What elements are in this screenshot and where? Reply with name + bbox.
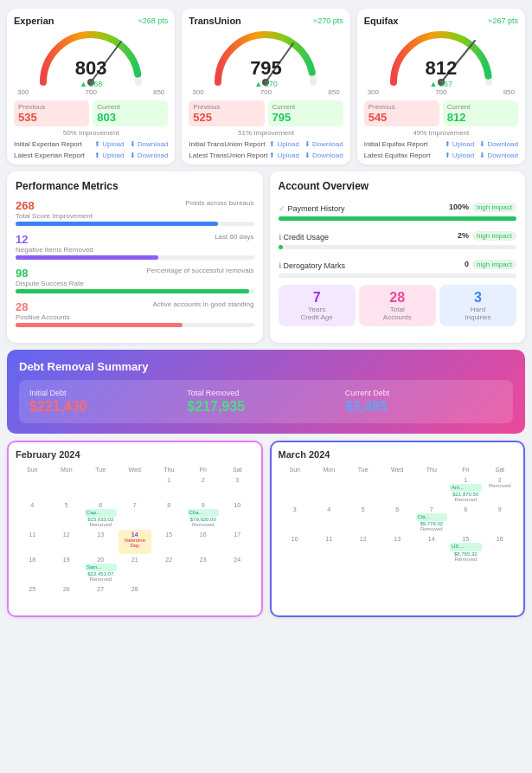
equifax-title: Equifax — [364, 16, 399, 26]
transunion-pts: ≈270 pts — [313, 16, 343, 25]
mar-event-15: US ... — [450, 543, 482, 551]
equifax-gauge: 812 ▲ 267 — [364, 28, 518, 87]
experian-download1[interactable]: ⬇ Download — [130, 140, 169, 148]
experian-report2-row: Latest Experian Report ⬆ Upload ⬇ Downlo… — [14, 151, 168, 159]
equifax-report2-row: Latest Equifax Report ⬆ Upload ⬇ Downloa… — [364, 151, 518, 159]
info-icon: ℹ — [279, 233, 281, 242]
debt-row: Initial Debt $221,430 Total Removed $217… — [29, 389, 503, 415]
experian-upload2[interactable]: ⬆ Upload — [94, 151, 125, 159]
transunion-upload1[interactable]: ⬆ Upload — [269, 140, 299, 148]
check-icon: ✓ — [279, 204, 285, 213]
transunion-title: TransUnion — [189, 16, 241, 26]
transunion-download2[interactable]: ⬇ Download — [304, 151, 343, 159]
equifax-download1[interactable]: ⬇ Download — [479, 140, 518, 148]
metric-item-score: 268 Points across bureaus Total Score Im… — [16, 199, 254, 226]
credit-age-stat: 7 Years Credit Age — [279, 285, 356, 326]
experian-gauge-labels: 300 700 850 — [14, 88, 168, 96]
credit-cards-row: Experian ≈268 pts 803 — [0, 0, 532, 171]
debt-removed-col: Total Removed $217,935 — [187, 389, 344, 415]
experian-card: Experian ≈268 pts 803 — [7, 9, 175, 164]
transunion-report1-row: Initial TransUnion Report ⬆ Upload ⬇ Dow… — [189, 140, 343, 148]
info2-icon: ℹ — [279, 261, 281, 270]
equifax-score: 812 — [364, 57, 518, 80]
account-title: Account Overview — [279, 180, 517, 192]
hard-inquiries-stat: 3 Hard Inquiries — [439, 285, 516, 326]
performance-title: Performance Metrics — [16, 180, 254, 192]
experian-gauge: 803 ▲ 268 — [14, 28, 168, 87]
transunion-score: 795 — [189, 57, 343, 80]
experian-pts: ≈268 pts — [138, 16, 168, 25]
equifax-upload1[interactable]: ⬆ Upload — [445, 140, 475, 148]
account-payment-history: ✓Payment History 100% high impact — [279, 199, 517, 221]
feb-calendar-card: February 2024 Sun Mon Tue Wed Thu Fri Sa… — [7, 441, 263, 617]
transunion-gauge: 795 ▲ 270 — [189, 28, 343, 87]
account-credit-usage: ℹCredit Usage 2% high impact — [279, 228, 517, 249]
debt-inner: Initial Debt $221,430 Total Removed $217… — [19, 380, 513, 423]
calendars-row: February 2024 Sun Mon Tue Wed Thu Fri Sa… — [0, 441, 532, 624]
feb-event-9: Cha... — [188, 509, 220, 517]
equifax-upload2[interactable]: ⬆ Upload — [445, 151, 475, 159]
experian-change: ▲ 268 — [14, 80, 168, 88]
transunion-download1[interactable]: ⬇ Download — [304, 140, 343, 148]
transunion-upload2[interactable]: ⬆ Upload — [269, 151, 299, 159]
feb-event-6: Cap... — [85, 509, 117, 517]
equifax-card: Equifax ≈267 pts 812 ▲ 267 — [357, 9, 525, 164]
metrics-account-row: Performance Metrics 268 Points across bu… — [0, 171, 532, 350]
experian-title: Experian — [14, 16, 54, 26]
account-overview-card: Account Overview ✓Payment History 100% h… — [270, 171, 526, 343]
metric-item-negative: 12 Last 60 days Negative Items Removed — [16, 233, 254, 260]
debt-removal-section: Debt Removal Summary Initial Debt $221,4… — [7, 350, 525, 434]
mar-title: March 2024 — [279, 449, 517, 460]
transunion-report2-row: Latest TransUnion Report ⬆ Upload ⬇ Down… — [189, 151, 343, 159]
debt-title: Debt Removal Summary — [19, 360, 513, 373]
equifax-prev-curr: Previous 545 Current 812 — [364, 100, 518, 126]
experian-report1-row: Initial Experian Report ⬆ Upload ⬇ Downl… — [14, 140, 168, 148]
transunion-change: ▲ 270 — [189, 80, 343, 88]
feb-event-20: Sam... — [85, 564, 117, 571]
debt-current-col: Current Debt $3,495 — [345, 389, 503, 415]
performance-metrics-card: Performance Metrics 268 Points across bu… — [7, 171, 263, 343]
experian-upload1[interactable]: ⬆ Upload — [94, 140, 125, 148]
transunion-card: TransUnion ≈270 pts 795 ▲ 270 — [182, 9, 349, 164]
experian-score: 803 — [14, 57, 168, 80]
experian-prev-curr: Previous 535 Current 803 — [14, 100, 168, 126]
feb-title: February 2024 — [16, 449, 254, 460]
equifax-report1-row: Initial Equifax Report ⬆ Upload ⬇ Downlo… — [364, 140, 518, 148]
total-accounts-stat: 28 Total Accounts — [359, 285, 436, 326]
feb-calendar-grid: Sun Mon Tue Wed Thu Fri Sat 1 2 3 4 5 6 … — [16, 465, 254, 609]
metric-item-dispute: 98 Percentage of successful removals Dis… — [16, 267, 254, 293]
account-stats: 7 Years Credit Age 28 Total Accounts 3 H… — [279, 285, 517, 326]
transunion-prev-curr: Previous 525 Current 795 — [189, 100, 343, 126]
account-derogatory: ℹDerogatory Marks 0 high impact — [279, 256, 517, 278]
metric-item-positive: 28 Active accounts in good standing Posi… — [16, 300, 254, 327]
equifax-change: ▲ 267 — [364, 80, 518, 88]
mar-event-1: Am... — [450, 484, 482, 492]
equifax-pts: ≈267 pts — [489, 16, 518, 25]
equifax-download2[interactable]: ⬇ Download — [479, 151, 518, 159]
experian-download2[interactable]: ⬇ Download — [130, 151, 169, 159]
mar-event-7: Citi... — [416, 513, 448, 521]
mar-calendar-card: March 2024 Sun Mon Tue Wed Thu Fri Sat 1… — [270, 441, 526, 617]
mar-calendar-grid: Sun Mon Tue Wed Thu Fri Sat 1 Am... $21,… — [279, 465, 517, 564]
debt-initial-col: Initial Debt $221,430 — [29, 389, 187, 415]
